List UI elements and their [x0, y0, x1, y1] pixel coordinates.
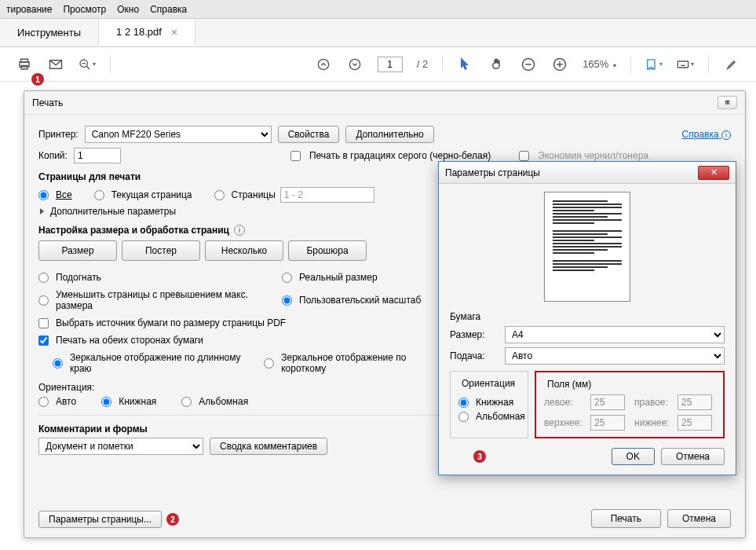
mail-icon[interactable]	[47, 56, 64, 73]
flip-short-label: Зеркальное отображение по короткому	[281, 352, 439, 374]
page-down-icon[interactable]	[346, 56, 363, 73]
fit-label: Подогнать	[56, 272, 101, 283]
toolbar: ▾ / 2 165% ▾ ▾ ▾	[0, 47, 756, 82]
zoom-minus-icon[interactable]	[520, 56, 537, 73]
pages-current-radio[interactable]	[94, 190, 104, 200]
zoom-level[interactable]: 165% ▾	[583, 58, 616, 70]
duplex-label: Печать на обеих сторонах бумаги	[56, 335, 203, 346]
tab-tools[interactable]: Инструменты	[0, 19, 99, 46]
poster-button[interactable]: Постер	[122, 240, 200, 261]
margin-right-label: правое:	[634, 397, 671, 408]
paper-section-label: Бумага	[450, 311, 725, 322]
fit-radio[interactable]	[38, 273, 49, 283]
tab-document[interactable]: 1 2 18.pdf ×	[99, 19, 195, 46]
printer-select[interactable]: Canon MF220 Series	[85, 126, 272, 143]
flip-long-label: Зеркальное отображение по длинному краю	[70, 352, 264, 374]
svg-rect-14	[648, 60, 655, 69]
orient-auto-label: Авто	[56, 396, 76, 407]
print-button[interactable]: Печать	[591, 509, 661, 528]
pages-current-label: Текущая страница	[111, 189, 192, 200]
menu-view[interactable]: Просмотр	[63, 4, 106, 15]
page-preview	[544, 192, 630, 302]
printer-label: Принтер:	[38, 129, 79, 140]
flip-long-radio[interactable]	[53, 358, 63, 368]
ps-portrait-label: Книжная	[476, 397, 513, 408]
ink-checkbox[interactable]	[519, 151, 529, 161]
summary-button[interactable]: Сводка комментариев	[210, 438, 327, 455]
ps-orientation-label: Ориентация	[458, 378, 518, 389]
booklet-button[interactable]: Брошюра	[288, 240, 367, 261]
margin-top-label: верхнее:	[544, 417, 584, 428]
custom-radio[interactable]	[282, 295, 292, 306]
tab-tools-label: Инструменты	[17, 27, 81, 38]
ps-portrait-radio[interactable]	[458, 398, 469, 408]
multiple-button[interactable]: Несколько	[205, 240, 283, 261]
keyboard-icon[interactable]: ▾	[677, 56, 694, 73]
annotation-badge-1: 1	[31, 73, 44, 86]
paper-size-select[interactable]: A4	[505, 326, 725, 343]
page-setup-close-button[interactable]: ✕	[698, 166, 729, 180]
duplex-checkbox[interactable]	[38, 336, 49, 346]
margin-left-input[interactable]	[590, 394, 625, 410]
ps-ok-button[interactable]: OK	[612, 448, 655, 465]
page-total: / 2	[417, 58, 428, 70]
copies-input[interactable]	[74, 148, 121, 163]
pages-range-radio[interactable]	[214, 190, 225, 200]
menu-help[interactable]: Справка	[150, 4, 187, 15]
tab-document-label: 1 2 18.pdf	[116, 26, 162, 38]
menu-edit[interactable]: тирование	[6, 4, 52, 15]
size-legend: Настройка размера и обработка страниц	[38, 225, 229, 236]
page-setup-title: Параметры страницы	[445, 167, 540, 178]
pages-range-input[interactable]	[280, 187, 374, 203]
zoom-plus-icon[interactable]	[551, 56, 568, 73]
highlight-icon[interactable]	[723, 56, 740, 73]
grayscale-checkbox[interactable]	[290, 151, 301, 161]
grayscale-label: Печать в градациях серого (черно-белая)	[309, 150, 491, 161]
svg-line-5	[86, 66, 89, 69]
copies-label: Копий:	[38, 150, 68, 161]
info-icon[interactable]: i	[234, 225, 245, 236]
help-link[interactable]: Справка i	[682, 129, 731, 140]
advanced-button[interactable]: Дополнительно	[345, 126, 433, 143]
more-options-toggle[interactable]: Дополнительные параметры	[50, 206, 176, 217]
pointer-icon[interactable]	[457, 56, 474, 73]
actual-radio[interactable]	[282, 273, 292, 283]
size-button[interactable]: Размер	[38, 240, 117, 261]
paper-source-checkbox[interactable]	[38, 318, 49, 328]
orient-auto-radio[interactable]	[38, 397, 49, 407]
save-icon[interactable]: ▾	[645, 56, 663, 73]
dialog-close-button[interactable]: ⌧	[718, 96, 737, 109]
properties-button[interactable]: Свойства	[278, 126, 340, 143]
page-setup-button[interactable]: Параметры страницы...	[38, 511, 162, 528]
tabbar: Инструменты 1 2 18.pdf ×	[0, 19, 756, 47]
margins-label: Поля (мм)	[544, 379, 594, 390]
expand-icon[interactable]	[40, 208, 44, 214]
margin-top-input[interactable]	[590, 415, 625, 431]
svg-point-8	[349, 59, 360, 69]
flip-short-radio[interactable]	[264, 358, 274, 368]
comments-label: Комментарии и формы	[38, 424, 439, 434]
ps-cancel-button[interactable]: Отмена	[661, 448, 725, 465]
page-number-input[interactable]	[378, 57, 403, 72]
close-icon[interactable]: ×	[171, 26, 177, 38]
comments-select[interactable]: Документ и пометки	[38, 438, 203, 455]
ps-landscape-label: Альбомная	[476, 411, 525, 422]
ps-landscape-radio[interactable]	[458, 412, 469, 422]
page-up-icon[interactable]	[315, 56, 332, 73]
annotation-badge-2: 2	[166, 513, 179, 526]
cancel-button[interactable]: Отмена	[667, 509, 731, 528]
print-icon[interactable]	[16, 56, 33, 73]
paper-size-label: Размер:	[450, 329, 497, 340]
margin-right-input[interactable]	[677, 394, 712, 410]
pages-all-radio[interactable]	[38, 190, 49, 200]
margin-bottom-input[interactable]	[677, 415, 712, 431]
orientation-label: Ориентация:	[38, 382, 439, 393]
zoom-out-icon[interactable]: ▾	[79, 56, 96, 73]
orient-portrait-radio[interactable]	[101, 397, 111, 407]
menu-window[interactable]: Окно	[117, 4, 139, 15]
hand-icon[interactable]	[488, 56, 506, 73]
paper-feed-select[interactable]: Авто	[505, 347, 725, 365]
orient-landscape-radio[interactable]	[181, 397, 192, 407]
shrink-radio[interactable]	[38, 295, 49, 306]
margin-left-label: левое:	[544, 397, 584, 408]
